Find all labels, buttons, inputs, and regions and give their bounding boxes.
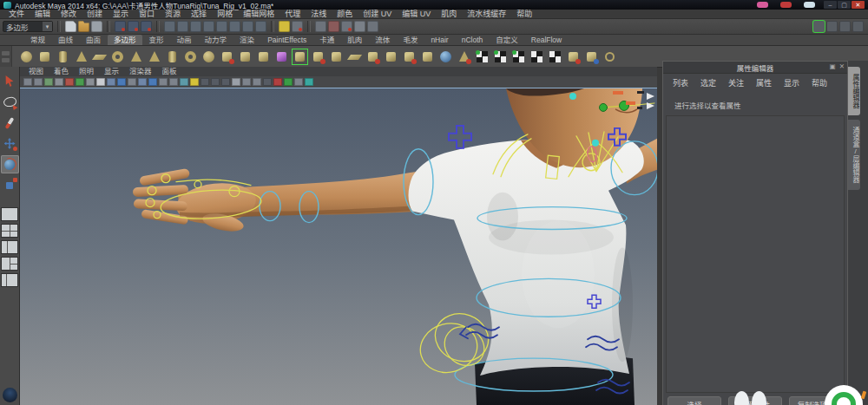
screen-space-ao-icon[interactable] (148, 78, 157, 86)
lip-slider[interactable] (626, 101, 635, 105)
select-uvs-icon[interactable] (242, 21, 253, 32)
camera-attributes-icon[interactable] (44, 78, 53, 86)
two-pane-layout-button[interactable] (1, 240, 18, 254)
bookmarks-icon[interactable] (55, 78, 63, 86)
shelf-tab[interactable]: PaintEffects (261, 35, 312, 45)
depth-of-field-icon[interactable] (180, 78, 188, 86)
menu-item[interactable]: 代理 (279, 10, 306, 19)
wireframe-on-shaded-icon[interactable] (211, 78, 220, 86)
select-edges-icon[interactable] (216, 21, 227, 32)
lip-slider[interactable] (613, 91, 623, 95)
textured-icon[interactable] (117, 78, 126, 86)
select-faces-icon[interactable] (229, 21, 240, 32)
window-titlebar[interactable]: Autodesk Maya 2014 x64: G:\AAA\卡通男性人物Tun… (0, 0, 868, 10)
menu-item[interactable]: 创建 UV (358, 10, 397, 19)
shelf-tab[interactable]: 自定义 (490, 35, 524, 45)
shelf-tab[interactable]: 流体 (369, 35, 396, 45)
save-scene-icon[interactable] (91, 21, 102, 32)
attribute-editor-menu-item[interactable]: 关注 (722, 77, 750, 88)
menu-item[interactable]: 网格 (212, 10, 238, 19)
close-icon[interactable]: ✕ (839, 62, 845, 70)
xray-icon[interactable] (273, 78, 282, 86)
ipr-render-icon[interactable] (341, 21, 352, 32)
render-current-frame-icon[interactable] (328, 21, 339, 32)
move-tool[interactable] (1, 134, 19, 153)
merge-vertices-icon[interactable] (420, 49, 435, 64)
lasso-tool[interactable] (1, 93, 19, 111)
unfold-uv-icon[interactable] (602, 49, 617, 64)
polygon-soccer-ball-icon[interactable] (201, 49, 216, 64)
snap-to-curves-icon[interactable] (128, 21, 139, 32)
exposure-icon[interactable] (294, 78, 303, 86)
sidebar-tab[interactable]: 通道盒/层编辑器 (848, 120, 860, 190)
menu-item[interactable]: 编辑网格 (238, 10, 279, 19)
image-plane-icon[interactable] (65, 78, 74, 86)
gamma-icon[interactable] (305, 78, 313, 86)
polygon-helix-icon[interactable] (183, 49, 198, 64)
menu-item[interactable]: 编辑 (30, 10, 56, 19)
bridge-icon[interactable] (329, 49, 344, 64)
snap-to-points-icon[interactable] (141, 21, 152, 32)
default-material-icon[interactable] (201, 78, 209, 86)
render-settings-icon[interactable] (354, 21, 365, 32)
open-render-view-icon[interactable] (315, 21, 326, 32)
shadows-icon[interactable] (138, 78, 147, 86)
automatic-mapping-icon[interactable] (529, 49, 544, 64)
select-object-mode-icon[interactable] (177, 21, 188, 32)
attribute-editor-button[interactable]: 选择 (667, 396, 721, 405)
planar-mapping-icon[interactable] (475, 49, 490, 64)
extrude-icon[interactable] (311, 49, 326, 64)
shelf-tab[interactable]: 毛发 (397, 35, 424, 45)
shelf-tab[interactable]: 变形 (143, 35, 170, 45)
multi-cut-tool-icon[interactable] (293, 49, 307, 64)
attribute-editor-menu-item[interactable]: 帮助 (806, 77, 833, 88)
mirror-geometry-icon[interactable] (238, 49, 253, 64)
menu-item[interactable]: 显示 (108, 10, 134, 19)
polygon-cylinder-icon[interactable] (56, 49, 70, 64)
throat-marker[interactable] (592, 140, 599, 147)
bevel-icon[interactable] (384, 49, 398, 64)
minimize-button[interactable]: – (824, 1, 837, 9)
snap-together-icon[interactable] (255, 21, 266, 32)
close-button[interactable]: ✕ (852, 1, 865, 9)
polygon-prism-icon[interactable] (128, 49, 143, 64)
panel-menu-item[interactable]: 显示 (99, 67, 124, 76)
cheek-marker[interactable] (569, 93, 576, 100)
viewport-3d-canvas[interactable] (20, 88, 657, 405)
select-hierarchy-icon[interactable] (164, 21, 175, 32)
select-component-mode-icon[interactable] (190, 21, 201, 32)
scale-tool[interactable] (1, 176, 19, 194)
shelf-tab[interactable]: 常规 (24, 35, 51, 45)
rotate-tool[interactable] (1, 155, 19, 173)
layout-uv-icon[interactable] (566, 49, 581, 64)
texture-placement-icon[interactable] (221, 78, 230, 86)
snap-to-grids-icon[interactable] (115, 21, 126, 32)
outliner-persp-layout-button[interactable] (1, 273, 18, 287)
viewport-scene[interactable] (20, 88, 657, 405)
select-points-icon[interactable] (203, 21, 214, 32)
polygon-plane-icon[interactable] (92, 49, 107, 64)
smooth-mesh-preview-icon[interactable] (274, 49, 289, 64)
select-tool[interactable] (1, 72, 19, 90)
lighting-icon[interactable] (128, 78, 136, 86)
attribute-editor-menu-item[interactable]: 选定 (694, 77, 722, 88)
shelf-tab[interactable]: 曲面 (80, 35, 107, 45)
xray-joints-icon[interactable] (284, 78, 293, 86)
gate-mask-icon[interactable] (263, 78, 272, 86)
combine-icon[interactable] (256, 49, 271, 64)
open-scene-icon[interactable] (78, 21, 89, 32)
shelf-tab[interactable]: 渲染 (233, 35, 260, 45)
multisample-icon[interactable] (169, 78, 178, 86)
lock-camera-icon[interactable] (34, 78, 43, 86)
three-pane-layout-button[interactable] (1, 257, 18, 271)
lock-selection-icon[interactable] (279, 21, 290, 32)
spherical-mapping-icon[interactable] (511, 49, 526, 64)
toggle-modeling-toolkit-icon[interactable] (852, 21, 864, 32)
panel-menu-item[interactable]: 视图 (23, 67, 49, 76)
menu-item[interactable]: 选择 (186, 10, 212, 19)
jaw-joint[interactable] (600, 103, 608, 111)
hypershade-icon[interactable] (367, 21, 378, 32)
attribute-editor-menu-item[interactable]: 列表 (667, 77, 694, 88)
sculpt-geometry-icon[interactable] (220, 49, 234, 64)
cut-uv-edges-icon[interactable] (584, 49, 599, 64)
